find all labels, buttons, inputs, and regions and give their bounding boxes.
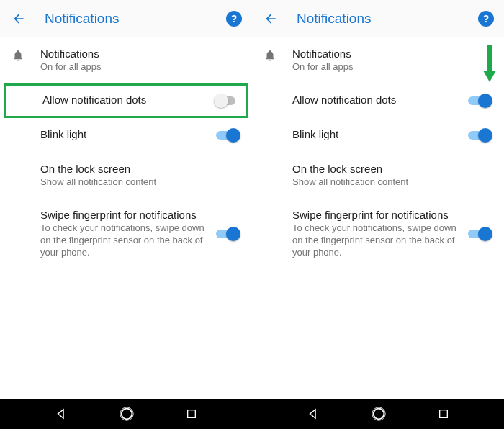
svg-point-4 [374, 409, 384, 420]
row-notifications[interactable]: Notifications On for all apps [252, 37, 504, 83]
nav-recent-icon[interactable] [186, 408, 197, 420]
label: Allow notification dots [292, 94, 461, 106]
row-swipe-fingerprint[interactable]: Swipe fingerprint for notifications To c… [252, 199, 504, 269]
row-swipe-fingerprint[interactable]: Swipe fingerprint for notifications To c… [0, 199, 252, 269]
label: Notifications [40, 48, 240, 60]
sublabel: On for all apps [292, 61, 492, 73]
row-allow-dots[interactable]: Allow notification dots [4, 83, 248, 118]
row-lock-screen[interactable]: On the lock screen Show all notification… [252, 153, 504, 199]
phone-left: Notifications ? Notifications On for all… [0, 0, 252, 429]
label: On the lock screen [292, 163, 492, 175]
svg-rect-6 [440, 410, 448, 418]
page-title: Notifications [45, 11, 226, 27]
sublabel: On for all apps [40, 61, 240, 73]
android-navbar [0, 399, 252, 429]
label: Swipe fingerprint for notifications [292, 209, 461, 221]
row-notifications[interactable]: Notifications On for all apps [0, 37, 252, 83]
bell-icon [264, 48, 292, 62]
label: Blink light [40, 128, 209, 140]
nav-home-icon[interactable] [371, 406, 387, 422]
label: Allow notification dots [42, 94, 207, 106]
label: Blink light [292, 128, 461, 140]
svg-rect-2 [188, 410, 196, 418]
sublabel: To check your notifications, swipe down … [292, 222, 461, 259]
back-icon[interactable] [262, 10, 279, 27]
content: Notifications On for all apps Allow noti… [0, 37, 252, 399]
help-icon[interactable]: ? [226, 11, 242, 27]
label: Notifications [292, 48, 492, 60]
bell-icon [12, 48, 40, 62]
dots-switch[interactable] [468, 94, 492, 108]
content: Notifications On for all apps Allow noti… [252, 37, 504, 399]
help-icon[interactable]: ? [478, 11, 494, 27]
row-lock-screen[interactable]: On the lock screen Show all notification… [0, 153, 252, 199]
nav-back-icon[interactable] [307, 407, 320, 420]
label: Swipe fingerprint for notifications [40, 209, 209, 221]
swipe-switch[interactable] [468, 227, 492, 241]
android-navbar [252, 399, 504, 429]
nav-home-icon[interactable] [119, 406, 135, 422]
row-allow-dots[interactable]: Allow notification dots [252, 83, 504, 118]
sublabel: Show all notification content [40, 176, 240, 189]
sublabel: Show all notification content [292, 176, 492, 189]
dots-switch[interactable] [214, 94, 238, 108]
nav-back-icon[interactable] [55, 407, 68, 420]
arrow-annotation-icon [481, 43, 498, 83]
swipe-switch[interactable] [216, 227, 240, 241]
header: Notifications ? [252, 0, 504, 37]
phone-right: Notifications ? Notifications On for all… [252, 0, 504, 429]
svg-point-0 [122, 409, 132, 420]
back-icon[interactable] [10, 10, 27, 27]
row-blink-light[interactable]: Blink light [252, 118, 504, 153]
blink-switch[interactable] [468, 128, 492, 143]
sublabel: To check your notifications, swipe down … [40, 222, 209, 259]
blink-switch[interactable] [216, 128, 240, 143]
nav-recent-icon[interactable] [438, 408, 449, 420]
header: Notifications ? [0, 0, 252, 37]
row-blink-light[interactable]: Blink light [0, 118, 252, 153]
page-title: Notifications [297, 11, 478, 27]
label: On the lock screen [40, 163, 240, 175]
